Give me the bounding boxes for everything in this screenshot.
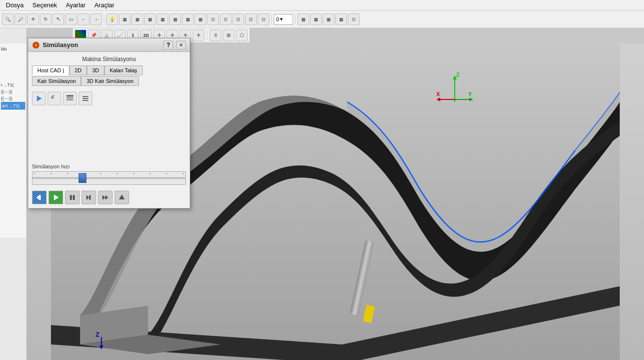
menu-secenek[interactable]: Seçenek xyxy=(29,0,61,10)
tick-10 xyxy=(183,173,183,175)
menu-dosya[interactable]: Dosya xyxy=(2,0,28,10)
tb-magnify[interactable]: 🔍 xyxy=(2,14,14,25)
svg-marker-33 xyxy=(119,195,125,199)
svg-text:X: X xyxy=(436,91,440,97)
tb-arrow-left[interactable]: ← xyxy=(78,14,89,25)
menu-ayarlar[interactable]: Ayarlar xyxy=(62,0,89,10)
panel-line-4: ((·-·-)) xyxy=(1,95,25,102)
panel-line-5-highlight[interactable]: ar1 ...T1( xyxy=(1,102,25,110)
svg-rect-30 xyxy=(89,195,91,200)
svg-marker-26 xyxy=(54,195,59,200)
tb-tool11[interactable]: ⊡ xyxy=(245,14,257,25)
tb-tool7[interactable]: ▦ xyxy=(195,14,206,25)
tb-arrow-right[interactable]: → xyxy=(90,14,102,25)
menubar: Dosya Seçenek Ayarlar Araçlar xyxy=(0,0,644,11)
tb-tool1[interactable]: ▦ xyxy=(119,14,131,25)
tb-select[interactable]: ↖ xyxy=(52,14,64,25)
tb-tool6[interactable]: ▦ xyxy=(182,14,194,25)
dialog-help-button[interactable]: ? xyxy=(164,41,173,49)
tick-1 xyxy=(34,173,35,175)
tb-tool8[interactable]: ⊡ xyxy=(207,14,219,25)
tab-row-2: Katı Simülasyon 3D Katı Simülasyon xyxy=(32,76,186,86)
panel-line-2: r ...T1( xyxy=(1,82,25,88)
coordinate-axes: Z X Y xyxy=(435,73,474,112)
playback-controls xyxy=(32,191,186,204)
tb-rect[interactable]: ▭ xyxy=(65,14,77,25)
tb-tool9[interactable]: ⊡ xyxy=(220,14,231,25)
svg-rect-18 xyxy=(66,95,73,97)
svg-text:Y: Y xyxy=(468,91,472,97)
dropdown-arrow: ▾ xyxy=(280,16,283,22)
dialog-title: Simülasyon xyxy=(43,41,161,49)
sim-icon-table[interactable] xyxy=(63,92,77,105)
sim-icon-list[interactable] xyxy=(79,92,92,105)
tb-right1[interactable]: ▦ xyxy=(297,14,309,25)
dialog-icon xyxy=(32,41,40,49)
tb-right3[interactable]: ▦ xyxy=(323,14,334,25)
panel-line-3: ((·-·-)) xyxy=(1,88,25,95)
icon-button-row xyxy=(32,90,186,107)
speed-slider[interactable] xyxy=(32,171,186,185)
svg-marker-14 xyxy=(99,345,103,349)
svg-marker-31 xyxy=(102,195,105,200)
svg-rect-23 xyxy=(83,100,88,101)
tb2-filter[interactable]: ⧖ xyxy=(210,30,221,41)
tb-magnify2[interactable]: 🔎 xyxy=(15,14,26,25)
tb-tool5[interactable]: ▦ xyxy=(169,14,181,25)
tick-5 xyxy=(100,173,101,175)
left-panel: ldu r ...T1( ((·-·-)) ((·-·-)) ar1 ...T1… xyxy=(0,44,27,238)
simulation-dialog: Simülasyon ? × Makina Simülasyonu Host C… xyxy=(28,38,190,209)
tb-light[interactable]: 💡 xyxy=(106,14,118,25)
svg-rect-27 xyxy=(70,195,72,200)
tab-3d-kati-simulasyon[interactable]: 3D Katı Simülasyon xyxy=(81,76,139,86)
svg-text:Z: Z xyxy=(456,73,460,78)
dialog-body: Makina Simülasyonu Host CAD | 2D 3D Kala… xyxy=(28,52,190,208)
sim-icon-play-arrow[interactable] xyxy=(32,92,46,105)
speed-label: Simülasyon hızı xyxy=(32,164,186,169)
separator4 xyxy=(207,31,207,40)
tab-kalan-talas[interactable]: Kalan Talaş xyxy=(104,65,143,75)
tb2-grid[interactable]: ⊞ xyxy=(223,30,234,41)
btn-pause[interactable] xyxy=(65,191,80,204)
tb-move[interactable]: ✛ xyxy=(27,14,39,25)
btn-step-forward[interactable] xyxy=(82,191,96,204)
tb-tool10[interactable]: ⊡ xyxy=(232,14,244,25)
btn-stop[interactable] xyxy=(115,191,129,204)
tb-rotate[interactable]: ↻ xyxy=(40,14,51,25)
tab-row-1: Host CAD | 2D 3D Kalan Talaş xyxy=(32,65,186,75)
tick-9 xyxy=(166,173,167,175)
tb-dropdown[interactable]: 0 ▾ xyxy=(274,14,293,25)
svg-rect-21 xyxy=(83,96,88,97)
tb-tool12[interactable]: ⊡ xyxy=(258,14,269,25)
tab-host-cad[interactable]: Host CAD | xyxy=(32,65,69,75)
tab-2d[interactable]: 2D xyxy=(69,65,87,75)
sim-preview-area xyxy=(32,111,186,160)
tab-kati-simulasyon[interactable]: Katı Simülasyon xyxy=(32,76,81,86)
tb2-cross4[interactable]: ✛ xyxy=(193,30,204,41)
sim-icon-reset[interactable] xyxy=(48,92,61,105)
panel-line-1: ldu xyxy=(1,46,25,52)
dialog-close-button[interactable]: × xyxy=(176,41,186,49)
tb-right4[interactable]: ▦ xyxy=(335,14,347,25)
separator3 xyxy=(295,15,296,24)
btn-play[interactable] xyxy=(49,191,63,204)
svg-marker-29 xyxy=(86,195,89,200)
separator1 xyxy=(104,15,104,24)
svg-text:Z: Z xyxy=(96,331,99,338)
tb-tool4[interactable]: ▦ xyxy=(157,14,168,25)
menu-araclar[interactable]: Araçlar xyxy=(90,0,118,10)
tb2-cube[interactable]: ⬡ xyxy=(236,30,248,41)
tb-right2[interactable]: ▦ xyxy=(310,14,322,25)
slider-thumb[interactable] xyxy=(79,173,86,183)
tab-3d[interactable]: 3D xyxy=(87,65,104,75)
slider-ticks xyxy=(34,173,183,175)
dialog-subtitle: Makina Simülasyonu xyxy=(32,56,186,63)
tb-right5[interactable]: ⊡ xyxy=(348,14,360,25)
btn-rewind[interactable] xyxy=(32,191,47,204)
z-bottom-indicator: Z xyxy=(95,330,109,350)
tb-tool3[interactable]: ▦ xyxy=(144,14,156,25)
speed-slider-group: Simülasyon hızı xyxy=(32,164,186,185)
tb-tool2[interactable]: ▦ xyxy=(132,14,143,25)
dialog-titlebar: Simülasyon ? × xyxy=(28,38,190,52)
btn-fast-forward[interactable] xyxy=(98,191,113,204)
